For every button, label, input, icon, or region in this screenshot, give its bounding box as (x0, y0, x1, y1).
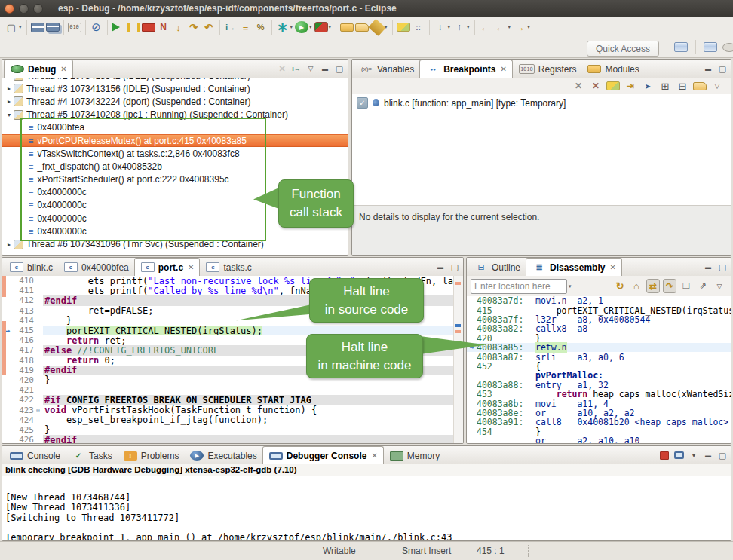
disassembly-instruction-row[interactable]: or a2, a10, a10 (467, 436, 731, 443)
disassembly-source-row[interactable]: 415 portEXIT_CRITICAL_NESTED(irqStatus) (467, 305, 731, 314)
annotation-ruler[interactable] (2, 306, 13, 316)
minimize-icon[interactable]: ▬ (704, 260, 713, 274)
disassembly-instruction-row[interactable]: 40083a8e:or a10, a2, a2 (467, 409, 731, 418)
new-wizard-icon[interactable]: ▢ (5, 20, 18, 35)
disassembly-instruction-row[interactable]: 40083a91:call8 0x40081b20 <heap_caps_mal… (467, 418, 731, 427)
breakpoint-checkbox[interactable]: ✓ (357, 97, 368, 109)
show-execution-point-icon[interactable]: ≡ (239, 20, 253, 35)
home-icon[interactable]: ⌂ (630, 279, 643, 293)
breakpoints-tab-registers[interactable]: 1010Registers (513, 60, 582, 78)
disassembly-instruction-row[interactable]: 40083a82:callx8 a8 (467, 324, 731, 333)
go-to-file-for-breakpoint-icon[interactable]: ⇥ (624, 79, 637, 93)
disassembly-source-row[interactable]: 452{ (467, 362, 731, 371)
quick-access-button[interactable]: Quick Access (587, 41, 659, 57)
external-tools-button-dropdown[interactable]: ▾ (329, 24, 332, 30)
minimize-icon[interactable]: ▬ (320, 62, 330, 76)
annotation-ruler[interactable] (2, 395, 13, 405)
console-tab-memory[interactable]: Memory (384, 447, 445, 464)
window-close-button[interactable] (5, 4, 14, 14)
code-line[interactable]: 422#if CONFIG_FREERTOS_BREAK_ON_SCHEDULE… (2, 395, 463, 405)
window-minimize-button[interactable] (19, 4, 29, 14)
editor-tab-port-c[interactable]: cport.c✕ (134, 258, 201, 276)
console-dropdown-icon[interactable]: ▾ (689, 448, 698, 463)
console-tab-problems[interactable]: !Problems (118, 447, 185, 464)
view-menu-icon[interactable]: ▽ (306, 62, 315, 76)
stack-frame-row[interactable]: ≡_frxt_dispatch() at 0x4008532b (2, 160, 348, 173)
thread-row[interactable]: ▸Thread #6 1073431096 (Tmr Svc) (Suspend… (2, 237, 348, 250)
close-icon[interactable]: ✕ (60, 65, 66, 73)
remove-breakpoint-icon[interactable]: ✕ (572, 79, 585, 93)
window-maximize-button[interactable] (33, 4, 43, 14)
mark-occurrences-icon[interactable] (397, 23, 410, 32)
disassembly-instruction-row[interactable]: 40083a8b:movi a11, 4 (467, 399, 731, 408)
disassembly-instruction-row[interactable]: pvPortMalloc: (467, 371, 731, 380)
breakpoints-tab-modules[interactable]: Modules (581, 60, 644, 78)
previous-annotation-icon[interactable]: ↑ (452, 20, 466, 35)
debug-perspective-icon[interactable] (722, 43, 733, 52)
external-tools-button[interactable] (314, 22, 328, 32)
run-button[interactable]: ▶ (295, 21, 308, 33)
thread-row[interactable]: ▾Thread #5 1073410208 (ipc1 : Running) (… (2, 109, 348, 121)
close-icon[interactable]: ✕ (371, 451, 377, 460)
twisty-icon[interactable]: ▸ (5, 98, 14, 105)
twisty-icon[interactable]: ▾ (5, 112, 14, 118)
show-breakpoint-types-icon[interactable] (606, 81, 620, 90)
disassembly-source-row[interactable]: 453 return heap_caps_malloc(xWantedSize (467, 390, 731, 399)
disassembly-tab-outline[interactable]: ⊟Outline (468, 259, 526, 276)
breakpoints-tab-variables[interactable]: (x)=Variables (354, 60, 419, 78)
maximize-icon[interactable]: ▢ (450, 260, 459, 274)
sync-with-stack-frame-icon[interactable]: ⇄ (646, 279, 660, 293)
step-over-icon[interactable]: ↷ (187, 20, 201, 35)
debug-button[interactable]: ∗ (276, 20, 290, 35)
back-icon-dropdown[interactable]: ▾ (508, 24, 511, 30)
annotation-ruler[interactable] (2, 375, 13, 385)
annotation-ruler[interactable] (2, 385, 13, 395)
search-icon[interactable] (368, 18, 385, 35)
thread-row[interactable]: ▸Thread #4 1073432224 (dport) (Suspended… (2, 95, 348, 108)
editor-tab-tasks-c[interactable]: ctasks.c (200, 259, 256, 276)
maximize-icon[interactable]: ▢ (718, 260, 727, 274)
forward-icon-dropdown[interactable]: ▾ (527, 24, 530, 30)
stack-frame-row[interactable]: ≡0x4000bfea (2, 121, 348, 134)
track-expression-icon[interactable]: ↷ (663, 279, 676, 293)
tab-debug[interactable]: Debug ✕ (4, 60, 73, 78)
minimize-icon[interactable]: ▬ (704, 448, 713, 463)
remove-all-breakpoints-icon[interactable]: ✕ (589, 79, 603, 93)
forward-icon[interactable]: → (513, 20, 526, 35)
new-wizard-icon-dropdown[interactable]: ▾ (19, 24, 22, 30)
binary-file-icon[interactable]: 010 (68, 23, 81, 32)
disassembly-tab-disassembly[interactable]: ≣Disassembly✕ (526, 258, 622, 276)
disassembly-instruction-row[interactable]: 40083a87:srli a3, a0, 6 (467, 352, 731, 361)
code-line[interactable]: 423⊖void vPortFirstTaskHook(TaskFunction… (2, 405, 463, 415)
back-icon[interactable]: ← (494, 20, 508, 35)
disconnect-icon[interactable]: N (157, 20, 170, 35)
disassembly-source-row[interactable]: 454} (467, 427, 731, 436)
annotation-ruler[interactable] (2, 405, 13, 415)
resume-icon[interactable] (112, 23, 125, 32)
last-edit-location-icon[interactable]: ← (479, 20, 492, 35)
twisty-icon[interactable]: ▸ (5, 241, 14, 248)
next-annotation-icon[interactable]: ↓ (434, 20, 447, 35)
code-line[interactable]: 425} (2, 425, 463, 435)
twisty-icon[interactable]: ▸ (5, 78, 14, 79)
thread-row[interactable]: ▸Thread #3 1073413156 (IDLE) (Suspended … (2, 82, 348, 95)
skip-all-breakpoints-icon[interactable]: ⊘ (90, 20, 103, 35)
location-input[interactable]: Enter location here (471, 279, 567, 294)
annotation-properties-icon[interactable]: :: (412, 20, 425, 35)
instruction-stepping-icon[interactable]: i→ (224, 20, 238, 35)
maximize-icon[interactable]: ▢ (718, 448, 727, 463)
disassembly-source-row[interactable]: 420} (467, 334, 731, 343)
open-perspective-icon[interactable] (674, 42, 688, 52)
annotation-ruler[interactable] (2, 435, 13, 443)
bp-view-menu-icon[interactable]: ▽ (710, 79, 724, 93)
display-selected-console-icon[interactable] (674, 451, 684, 459)
code-line[interactable]: 424 esp_set_breakpoint_if_jtag(function)… (2, 415, 463, 425)
new-view-icon[interactable]: ❏ (679, 279, 693, 293)
editor-tab-blink-c[interactable]: cblink.c (4, 259, 58, 276)
console-output[interactable]: [New Thread 1073468744][New Thread 10734… (2, 477, 731, 540)
instruction-step-mode-icon[interactable]: i→ (292, 62, 301, 76)
annotation-ruler[interactable] (2, 415, 13, 425)
next-annotation-icon-dropdown[interactable]: ▾ (448, 24, 451, 30)
debug-button-dropdown[interactable]: ▾ (290, 24, 293, 30)
expand-all-icon[interactable]: ⊞ (658, 79, 672, 93)
